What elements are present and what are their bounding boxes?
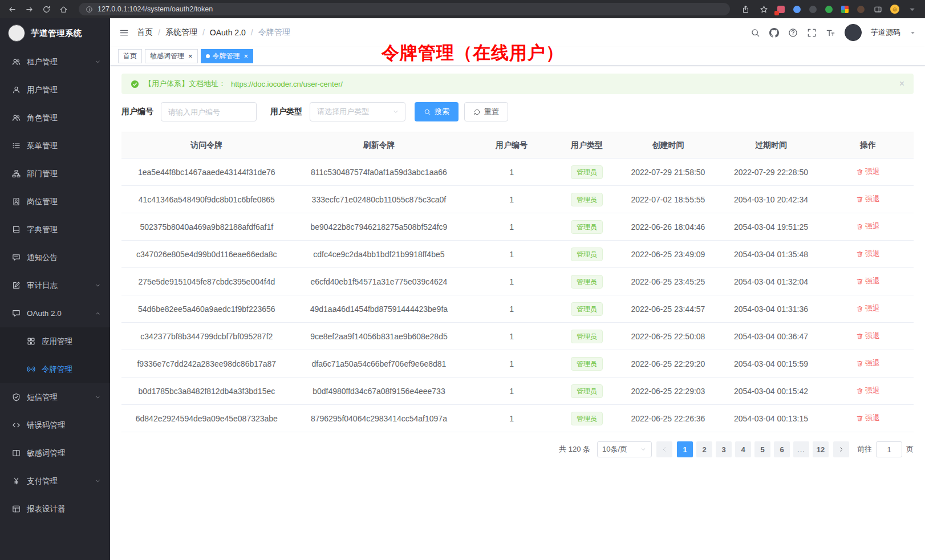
tab-home[interactable]: 首页 <box>118 49 142 63</box>
search-button-label: 搜索 <box>435 107 449 117</box>
github-icon[interactable] <box>769 28 779 38</box>
sidebar-item-menu[interactable]: 菜单管理 <box>0 132 110 160</box>
breadcrumb-item[interactable]: 令牌管理 <box>258 27 290 38</box>
user-type-badge: 管理员 <box>571 220 603 234</box>
sidebar-item-post[interactable]: 岗位管理 <box>0 188 110 216</box>
page-button-12[interactable]: 12 <box>813 441 829 457</box>
page-button-2[interactable]: 2 <box>696 441 712 457</box>
create-time-cell: 2022-07-02 18:55:55 <box>616 186 720 213</box>
doc-link[interactable]: https://doc.iocoder.cn/user-center/ <box>231 80 343 88</box>
next-page-button[interactable] <box>833 441 849 457</box>
sidebar-item-pay[interactable]: 支付管理 <box>0 467 110 495</box>
sidebar-item-oauth2-token[interactable]: 令牌管理 <box>0 355 110 383</box>
browser-toolbar: 127.0.0.1:1024/system/oauth2/token <box>0 0 925 18</box>
user-id-input[interactable] <box>161 102 257 121</box>
page-button-6[interactable]: 6 <box>774 441 790 457</box>
sidebar-item-label: OAuth 2.0 <box>27 309 88 318</box>
expire-time-cell: 2054-03-10 20:42:34 <box>720 186 823 213</box>
force-logout-button[interactable]: 强退 <box>856 385 880 396</box>
search-icon[interactable] <box>750 28 760 38</box>
fullscreen-icon[interactable] <box>807 28 817 38</box>
extension-icon-2[interactable] <box>792 4 802 14</box>
force-logout-button[interactable]: 强退 <box>856 303 880 314</box>
close-icon[interactable]: × <box>244 52 249 60</box>
site-info-icon[interactable] <box>86 6 93 13</box>
user-type-cell: 管理员 <box>557 378 616 405</box>
font-size-icon[interactable] <box>826 28 835 38</box>
extension-icon-5[interactable] <box>855 4 866 14</box>
extension-icon-1[interactable] <box>776 4 786 14</box>
reload-button[interactable] <box>40 3 52 15</box>
page-button-...[interactable]: ... <box>793 441 809 457</box>
profile-avatar[interactable] <box>890 4 900 14</box>
sidebar-item-error-code[interactable]: 错误码管理 <box>0 411 110 439</box>
force-logout-button[interactable]: 强退 <box>856 331 880 341</box>
chevron-down-icon[interactable] <box>910 30 916 36</box>
extension-glyph <box>809 6 817 13</box>
breadcrumb-item[interactable]: 系统管理 <box>165 27 197 38</box>
forward-button[interactable] <box>23 3 35 15</box>
sidebar-item-label: 岗位管理 <box>27 197 101 207</box>
sidebar-item-oauth2[interactable]: OAuth 2.0 <box>0 299 110 327</box>
sidebar-item-sms[interactable]: 短信管理 <box>0 383 110 411</box>
sidebar-item-notice[interactable]: 通知公告 <box>0 244 110 271</box>
tab-token[interactable]: 令牌管理× <box>201 49 254 63</box>
breadcrumb-item[interactable]: 首页 <box>137 27 153 38</box>
app-logo[interactable]: 芋道管理系统 <box>0 18 110 48</box>
force-logout-button[interactable]: 强退 <box>856 413 880 423</box>
tab-sensitive-word[interactable]: 敏感词管理× <box>145 49 198 63</box>
split-view-icon[interactable] <box>871 3 884 15</box>
sidebar-item-report[interactable]: 报表设计器 <box>0 495 110 523</box>
token-table: 访问令牌刷新令牌用户编号用户类型创建时间过期时间操作 1ea5e44f8bc14… <box>121 132 914 432</box>
force-logout-button[interactable]: 强退 <box>856 276 880 286</box>
user-id-cell: 1 <box>466 378 557 405</box>
sidebar-item-sensitive-word[interactable]: 敏感词管理 <box>0 439 110 467</box>
page-size-select[interactable]: 10条/页 <box>597 441 652 457</box>
sidebar-item-audit-log[interactable]: 审计日志 <box>0 271 110 299</box>
edit-icon <box>12 281 21 290</box>
extension-icon-3[interactable] <box>808 4 818 14</box>
page-button-5[interactable]: 5 <box>754 441 770 457</box>
sidebar-item-user[interactable]: 用户管理 <box>0 76 110 104</box>
breadcrumb-item[interactable]: OAuth 2.0 <box>210 28 246 37</box>
extensions-puzzle-icon[interactable] <box>839 4 850 14</box>
back-button[interactable] <box>6 3 18 15</box>
prev-page-button[interactable] <box>656 441 672 457</box>
user-type-select[interactable]: 请选择用户类型 <box>310 102 405 121</box>
page-button-1[interactable]: 1 <box>677 441 693 457</box>
search-button[interactable]: 搜索 <box>415 102 459 121</box>
refresh-token-cell: dfa6c71a50a54c66bef706ef9e6e8d81 <box>292 350 466 378</box>
sidebar-item-tenant[interactable]: 租户管理 <box>0 48 110 76</box>
share-icon[interactable] <box>739 3 752 15</box>
bookmark-star-icon[interactable] <box>757 3 770 15</box>
goto-page-input[interactable] <box>876 441 902 457</box>
username[interactable]: 芋道源码 <box>871 27 900 38</box>
reset-button[interactable]: 重置 <box>464 102 508 121</box>
force-logout-button[interactable]: 强退 <box>856 167 880 177</box>
page-button-3[interactable]: 3 <box>716 441 732 457</box>
home-button[interactable] <box>57 3 70 15</box>
app-title: 芋道管理系统 <box>31 28 82 39</box>
browser-menu-caret-icon[interactable] <box>906 3 918 15</box>
force-logout-button[interactable]: 强退 <box>856 221 880 232</box>
force-logout-button[interactable]: 强退 <box>856 358 880 368</box>
alert-close-icon[interactable]: × <box>899 79 904 88</box>
help-icon[interactable] <box>788 28 798 38</box>
access-token-cell: f9336e7c7dd242a283ee98dc86b17a87 <box>121 350 292 378</box>
force-logout-button[interactable]: 强退 <box>856 194 880 204</box>
user-avatar[interactable] <box>845 24 862 41</box>
address-bar[interactable]: 127.0.0.1:1024/system/oauth2/token <box>79 3 730 15</box>
sidebar-item-dept[interactable]: 部门管理 <box>0 160 110 188</box>
sidebar-item-dict[interactable]: 字典管理 <box>0 216 110 244</box>
sidebar-item-role[interactable]: 角色管理 <box>0 104 110 132</box>
force-logout-button[interactable]: 强退 <box>856 249 880 259</box>
page-button-4[interactable]: 4 <box>735 441 751 457</box>
expire-time-cell: 2054-03-04 01:31:36 <box>720 295 823 323</box>
sidebar-item-oauth2-app[interactable]: 应用管理 <box>0 327 110 355</box>
user-type-badge: 管理员 <box>571 384 603 398</box>
extension-icon-4[interactable] <box>823 4 834 14</box>
user-id-cell: 1 <box>466 323 557 350</box>
sidebar-toggle[interactable] <box>119 28 129 38</box>
close-icon[interactable]: × <box>188 52 193 60</box>
delete-icon <box>856 387 863 395</box>
